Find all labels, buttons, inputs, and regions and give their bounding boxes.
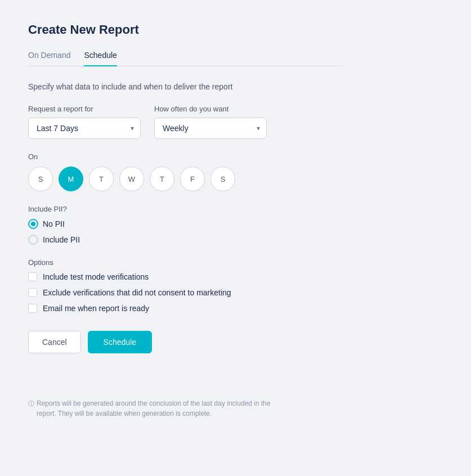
footer-note: ⓘ Reports will be generated around the c… — [28, 398, 276, 419]
checkbox-test-mode-label: Include test mode verifications — [43, 272, 149, 281]
frequency-label: How often do you want — [154, 105, 267, 113]
day-thursday[interactable]: T — [150, 167, 174, 191]
frequency-group: How often do you want Daily Weekly Month… — [154, 105, 267, 139]
tab-schedule[interactable]: Schedule — [84, 51, 116, 66]
day-friday[interactable]: F — [180, 167, 205, 191]
day-monday[interactable]: M — [59, 167, 83, 191]
on-label: On — [28, 152, 343, 161]
report-for-label: Request a report for — [28, 105, 141, 113]
schedule-button[interactable]: Schedule — [88, 331, 152, 353]
tab-bar: On Demand Schedule — [28, 51, 343, 66]
page-title: Create New Report — [28, 23, 343, 37]
tab-on-demand[interactable]: On Demand — [28, 51, 70, 66]
checkbox-test-mode[interactable]: Include test mode verifications — [28, 272, 343, 281]
pii-section: Include PII? No PII Include PII — [28, 205, 343, 245]
day-tuesday[interactable]: T — [89, 167, 114, 191]
radio-include-pii-label: Include PII — [43, 235, 80, 244]
frequency-select[interactable]: Daily Weekly Monthly — [154, 118, 267, 139]
radio-include-pii-input[interactable] — [28, 235, 38, 245]
report-for-group: Request a report for Last 7 Days Last 14… — [28, 105, 141, 139]
day-wednesday[interactable]: W — [119, 167, 144, 191]
options-section: Options Include test mode verifications … — [28, 258, 343, 313]
checkbox-email-ready-input[interactable] — [28, 304, 37, 313]
pii-label: Include PII? — [28, 205, 343, 213]
frequency-select-wrapper: Daily Weekly Monthly ▾ — [154, 118, 267, 139]
footer-note-text: Reports will be generated around the con… — [37, 398, 276, 419]
cancel-button[interactable]: Cancel — [28, 331, 81, 353]
form-top-row: Request a report for Last 7 Days Last 14… — [28, 105, 343, 139]
checkbox-email-ready-label: Email me when report is ready — [43, 304, 149, 313]
page-container: Create New Report On Demand Schedule Spe… — [28, 23, 343, 419]
radio-no-pii[interactable]: No PII — [28, 219, 343, 229]
options-checkbox-group: Include test mode verifications Exclude … — [28, 272, 343, 313]
checkbox-exclude-consent-label: Exclude verifications that did not conse… — [43, 288, 231, 297]
checkbox-email-ready[interactable]: Email me when report is ready — [28, 304, 343, 313]
checkbox-exclude-consent[interactable]: Exclude verifications that did not conse… — [28, 288, 343, 297]
on-section: On S M T W T F S — [28, 152, 343, 191]
form-description: Specify what data to include and when to… — [28, 82, 343, 91]
report-for-select[interactable]: Last 7 Days Last 14 Days Last 30 Days La… — [28, 118, 141, 139]
days-selector: S M T W T F S — [28, 167, 343, 191]
radio-include-pii[interactable]: Include PII — [28, 235, 343, 245]
day-saturday[interactable]: S — [210, 167, 235, 191]
options-label: Options — [28, 258, 343, 267]
info-icon: ⓘ — [28, 399, 34, 408]
day-sunday[interactable]: S — [28, 167, 53, 191]
report-for-select-wrapper: Last 7 Days Last 14 Days Last 30 Days La… — [28, 118, 141, 139]
radio-no-pii-label: No PII — [43, 219, 65, 228]
action-buttons: Cancel Schedule — [28, 331, 343, 353]
checkbox-test-mode-input[interactable] — [28, 272, 37, 281]
radio-no-pii-input[interactable] — [28, 219, 38, 229]
checkbox-exclude-consent-input[interactable] — [28, 288, 37, 297]
pii-radio-group: No PII Include PII — [28, 219, 343, 245]
